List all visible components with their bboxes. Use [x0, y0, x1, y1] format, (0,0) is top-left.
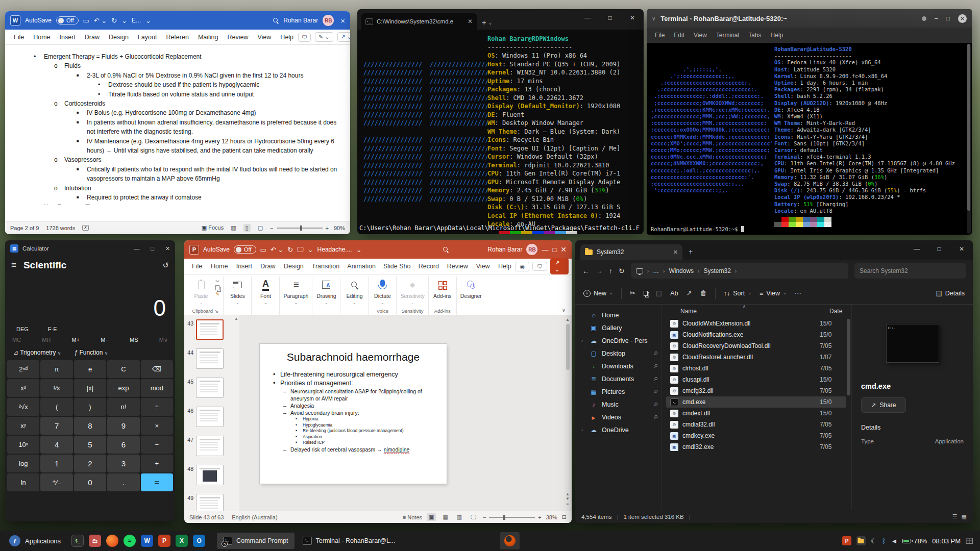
app-launcher[interactable] — [156, 532, 173, 549]
ribbon-tab[interactable]: Review — [443, 263, 472, 270]
sidebar-item[interactable]: Desktop ⚲ — [578, 347, 660, 360]
volume-icon[interactable]: ◄ — [891, 537, 897, 545]
more-options-icon[interactable]: ⋯ — [795, 289, 801, 297]
app-launcher[interactable] — [104, 532, 121, 549]
file-row[interactable]: cmdial32.dll 7/05 — [666, 419, 846, 430]
ribbon-tab[interactable]: Animation — [342, 263, 379, 270]
up-icon[interactable]: ↑ — [609, 267, 612, 275]
calculator-key[interactable]: mod — [141, 379, 173, 397]
dialog-launcher-icon[interactable]: ↘ — [214, 308, 218, 314]
close-button[interactable]: ✕ — [958, 14, 967, 23]
file-row[interactable]: CloudIdWxhExtension.dll 15/0 — [666, 318, 846, 329]
large-icons-toggle-icon[interactable]: ▦ — [962, 513, 967, 520]
sidebar-item[interactable]: › OneDrive - Pers ⚲ — [578, 334, 660, 347]
undo-icon[interactable]: ↶ ⌄ — [94, 17, 107, 24]
sidebar-item[interactable]: Documents ⚲ — [578, 372, 660, 385]
terminal-titlebar[interactable]: ∨ Terminal - RohanBarar@Latitude-5320:~ … — [647, 9, 972, 28]
file-row[interactable]: cmdl32.exe 7/05 — [666, 441, 846, 453]
ribbon-tab[interactable]: Draw — [80, 34, 104, 41]
explorer-tab[interactable]: System32 ✕ — [580, 244, 682, 260]
breadcrumb-item[interactable]: System32 — [703, 267, 730, 274]
save-icon[interactable]: ▭ — [83, 17, 89, 24]
app-launcher[interactable] — [190, 532, 208, 549]
workspace-switcher[interactable] — [966, 538, 973, 544]
scrollbar[interactable] — [967, 44, 971, 234]
comments-button[interactable]: 🗨 — [298, 33, 311, 42]
comments-button[interactable]: 🗨 — [532, 262, 547, 271]
ribbon-options-icon[interactable]: ⌄ — [121, 17, 127, 24]
word-titlebar[interactable]: W AutoSave Off ▭ ↶ ⌄ ↻ ⌄ E... ⌄ Rohan Ba… — [5, 11, 350, 30]
slide-thumbnail[interactable]: 48 — [186, 465, 232, 485]
maximize-button[interactable]: □ — [946, 15, 950, 22]
file-row[interactable]: CloudRestoreLauncher.dll 1/07 — [666, 352, 846, 363]
calculator-key[interactable]: exp — [107, 379, 139, 397]
calculator-key[interactable]: 1 — [40, 455, 72, 472]
sidebar-item[interactable]: Gallery ⚲ — [578, 321, 660, 334]
cut-icon[interactable]: ✂ — [630, 289, 635, 297]
calculator-key[interactable]: xʸ — [7, 417, 39, 435]
calculator-key[interactable]: + — [141, 455, 173, 472]
list-view-toggle-icon[interactable]: ☰ — [952, 513, 958, 520]
history-icon[interactable]: ↺ — [162, 261, 169, 270]
calculator-key[interactable]: 9 — [107, 417, 139, 435]
terminal-output[interactable]: .',;::::;,'. .';:cccccccccccc:;,. .;cccc… — [647, 43, 972, 235]
ribbon-tab[interactable]: View — [253, 34, 276, 41]
menu-item[interactable]: Terminal — [712, 32, 743, 39]
file-row[interactable]: cmd.exe 15/0 — [666, 396, 846, 408]
bluetooth-icon[interactable]: ᛒ — [882, 537, 886, 545]
collapse-ribbon-icon[interactable]: ∨ — [562, 307, 569, 315]
close-button[interactable]: × — [340, 16, 345, 25]
copy-icon[interactable] — [215, 285, 219, 290]
present-icon[interactable]: 🖵 — [297, 245, 304, 254]
calculator-key[interactable]: ) — [74, 398, 106, 416]
slide-indicator[interactable]: Slide 43 of 63 — [189, 514, 224, 520]
shell-prompt[interactable]: RohanBarar@Latitude-5320:~$ — [651, 226, 744, 233]
read-mode-icon[interactable]: ▥ — [229, 224, 238, 232]
ribbon-tab[interactable]: Referen — [161, 34, 193, 41]
paste-icon[interactable]: ▤ — [656, 289, 662, 297]
redo-icon[interactable]: ↻ — [287, 246, 293, 254]
breadcrumb-item[interactable]: Windows — [669, 267, 694, 274]
ribbon-tab[interactable]: Record — [414, 263, 443, 270]
powerpoint-titlebar[interactable]: P AutoSave Off ▭ ↶ ⌄ ↻ 🖵 ⌄ Headache.... … — [184, 240, 572, 259]
trigonometry-dropdown[interactable]: ⊿ Trigonometry ∨ — [13, 349, 61, 356]
calculator-key[interactable]: 5 — [74, 436, 106, 454]
file-row[interactable]: clusapi.dll 15/0 — [666, 374, 846, 385]
slides-button[interactable]: Slides⌄ — [227, 277, 248, 305]
calculator-key[interactable]: log — [7, 455, 39, 472]
calculator-key[interactable]: 4 — [40, 436, 72, 454]
memory-button[interactable]: M∨ — [159, 337, 168, 343]
minimize-button[interactable]: — — [576, 9, 599, 27]
app-launcher[interactable] — [121, 532, 138, 549]
sort-button[interactable]: ↑↓ Sort⌄ — [724, 290, 751, 297]
menu-item[interactable]: Help — [767, 32, 788, 39]
ribbon-tab[interactable]: Slide Sho — [379, 263, 414, 270]
fit-slide-icon[interactable]: ⊡ — [562, 514, 567, 520]
record-button[interactable]: ◉ — [515, 262, 529, 271]
slide-title[interactable]: Subarachnoid haemorrhage — [269, 351, 437, 363]
taskbar-window-button[interactable]: ›_5 Command Prompt — [217, 533, 294, 549]
sidebar-item[interactable]: Pictures ⚲ — [578, 385, 660, 398]
view-button[interactable]: ≡ View⌄ — [760, 290, 787, 297]
search-icon[interactable] — [443, 246, 449, 253]
drawing-button[interactable]: ADrawing⌄ — [316, 277, 336, 305]
share-button[interactable]: ↗ ⌄ — [337, 32, 350, 42]
fe-button[interactable]: F-E — [48, 326, 57, 332]
new-tab-button[interactable]: + — [689, 247, 693, 256]
calculator-key[interactable]: 8 — [74, 417, 106, 435]
minimize-button[interactable]: — — [134, 245, 139, 252]
calculator-key[interactable]: e — [74, 360, 106, 378]
function-dropdown[interactable]: ƒ Function ∨ — [74, 349, 108, 356]
paste-button[interactable]: Paste⌄ — [191, 277, 211, 305]
minimize-button[interactable]: – — [935, 15, 938, 22]
slide[interactable]: Subarachnoid haemorrhage •Life-threateni… — [260, 344, 447, 484]
sidebar-item[interactable]: Home ⚲ — [578, 309, 660, 321]
this-pc-icon[interactable] — [636, 268, 643, 273]
calculator-key[interactable]: 0 — [74, 473, 106, 491]
memory-button[interactable]: M− — [101, 337, 109, 343]
slide-thumbnail[interactable]: 46 — [186, 407, 232, 427]
language-indicator[interactable]: English (Australia) — [232, 514, 277, 520]
maximize-button[interactable]: □ — [151, 245, 154, 252]
minimize-button[interactable]: — — [905, 240, 928, 258]
menu-icon[interactable]: ≡ — [11, 260, 16, 270]
